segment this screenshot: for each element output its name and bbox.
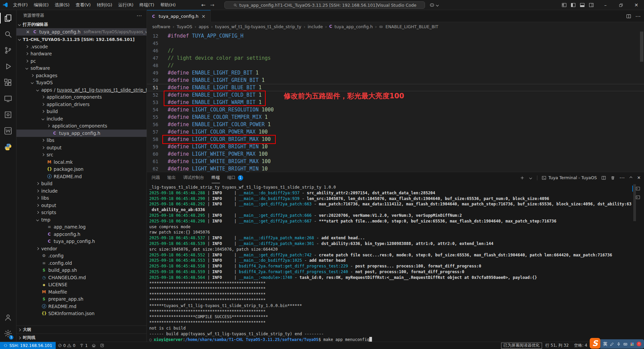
toggle-secondary-sidebar-icon[interactable] (589, 2, 594, 8)
tree-item-package.json[interactable]: {}package.json (16, 166, 147, 173)
tree-item-libs[interactable]: libs (16, 195, 147, 202)
toggle-sidebar-icon[interactable] (571, 2, 576, 8)
panel-tab-终端[interactable]: 终端 (212, 172, 220, 183)
screen-reader-mode[interactable]: 已为屏幕阅读器优化 (501, 343, 542, 349)
tree-item-vendor[interactable]: vendor (16, 245, 147, 252)
tree-item-local.mk[interactable]: Mlocal.mk (16, 158, 147, 166)
menu-item-终端[interactable]: 终端(T) (137, 0, 157, 10)
activity-wind-ide-icon[interactable] (0, 123, 16, 139)
tree-item-output[interactable]: output (16, 202, 147, 209)
breadcrumb-item[interactable]: ENABLE_LIGHT_BLUE_BIT (385, 24, 438, 29)
indentation[interactable]: 空格: 4 (572, 342, 590, 349)
breadcrumb-item[interactable]: apps (199, 24, 209, 29)
menu-item-选择[interactable]: 选择(S) (52, 0, 72, 10)
tree-item-application_drivers[interactable]: application_drivers (16, 101, 147, 108)
split-editor-icon[interactable] (626, 14, 631, 19)
split-terminal-icon[interactable] (601, 176, 606, 180)
panel-tab-调试控制台[interactable]: 调试控制台 (183, 172, 204, 183)
tree-item-SDKInformation.json[interactable]: {}SDKInformation.json (16, 310, 147, 317)
breadcrumb-item[interactable]: tuyaos_wf_t1_lig-tuyaos_t1_slide_strip_t… (215, 24, 301, 29)
toggle-panel-icon[interactable] (580, 2, 585, 8)
tree-item-hardware[interactable]: hardware (16, 50, 147, 58)
kill-terminal-icon[interactable] (610, 176, 615, 180)
tree-item-software[interactable]: software (16, 65, 147, 72)
ime-pen-icon[interactable] (610, 342, 614, 346)
tree-item-appconfig.h[interactable]: Cappconfig.h (16, 231, 147, 238)
open-editors-section[interactable]: 打开的编辑器 (16, 21, 147, 28)
window-minimize-button[interactable]: – (598, 0, 613, 10)
tree-item-pc[interactable]: pc (16, 57, 147, 65)
activity-remote-explorer-icon[interactable] (0, 91, 16, 107)
activity-explorer-icon[interactable] (0, 10, 16, 26)
tree-item-application_components[interactable]: application_components (16, 122, 147, 130)
tree-item-app_name.log[interactable]: ≡app_name.log (16, 223, 147, 231)
command-center[interactable]: tuya_app_config.hT1-CHL_TuyaOS-3.11.25 [… (224, 1, 425, 9)
tree-item-Makefile[interactable]: MMakefile (16, 288, 147, 296)
close-panel-icon[interactable]: ✕ (637, 175, 641, 180)
ime-keyboard-icon[interactable] (623, 342, 628, 346)
sogou-logo-icon[interactable]: S (590, 338, 600, 349)
nav-back-icon[interactable]: ← (201, 2, 206, 8)
menu-item-查看[interactable]: 查看(V) (72, 0, 94, 10)
maximize-panel-icon[interactable] (629, 176, 632, 179)
activity-search-icon[interactable] (0, 26, 16, 42)
nav-forward-icon[interactable]: → (210, 2, 215, 8)
tree-item-src[interactable]: src (16, 151, 147, 159)
editor-scrollbar[interactable] (640, 32, 643, 62)
menu-item-转到[interactable]: 转到(G) (94, 0, 115, 10)
activity-accounts-icon[interactable] (0, 309, 16, 326)
activity-python-icon[interactable] (0, 139, 16, 155)
tree-item-libs[interactable]: libs (16, 137, 147, 144)
activity-run-debug-icon[interactable] (0, 58, 16, 74)
ime-language-toggle[interactable]: 英 (603, 341, 607, 347)
tree-item-tuya_app_config.h[interactable]: Ctuya_app_config.h (16, 130, 147, 137)
tab-tuya-app-config[interactable]: C tuya_app_config.h ✕ (147, 10, 211, 22)
breadcrumb-item[interactable]: include (308, 24, 323, 29)
terminal-profile-dropdown-icon[interactable] (529, 176, 532, 179)
window-restore-button[interactable] (613, 0, 629, 10)
ime-gift-icon[interactable]: ! (637, 342, 641, 346)
tree-item-TuyaOS[interactable]: TuyaOS (16, 79, 147, 87)
panel-more-actions-icon[interactable]: ⋯ (620, 174, 625, 181)
editor-more-actions-icon[interactable]: ⋯ (635, 13, 641, 19)
new-terminal-icon[interactable] (520, 176, 525, 180)
quick-launch-button[interactable] (98, 342, 106, 349)
home-button[interactable] (90, 342, 98, 349)
tree-item-LICENSE[interactable]: ◆LICENSE (16, 281, 147, 289)
activity-tuya-tools-icon[interactable] (0, 107, 16, 123)
ime-mic-icon[interactable] (616, 342, 621, 346)
problems-indicator[interactable]: 0 0 (56, 342, 77, 349)
window-close-button[interactable]: ✕ (629, 0, 644, 10)
workspace-root-folder[interactable]: T1-CHL_TUYAOS-3.11.25 [SSH: 192.168.56.1… (16, 36, 147, 43)
tree-item-README.md[interactable]: iREADME.md (16, 173, 147, 180)
remote-indicator[interactable]: SSH: 192.168.56.101 (0, 342, 56, 349)
breadcrumb-item[interactable]: TuyaOS (177, 24, 193, 29)
tree-item-output[interactable]: output (16, 144, 147, 151)
tree-item-apps[interactable]: apps / tuyaos_wf_t1_lig-tuyaos_t1_slide_… (16, 86, 147, 94)
tree-item-scripts[interactable]: scripts (16, 209, 147, 216)
close-editor-icon[interactable]: ✕ (25, 29, 31, 35)
tree-item-include[interactable]: include (16, 187, 147, 195)
tree-item-prepare_app.sh[interactable]: $prepare_app.sh (16, 296, 147, 303)
tree-item-tuya_app_config.h[interactable]: Ctuya_app_config.h (16, 238, 147, 245)
breadcrumb-item[interactable]: software (152, 24, 170, 29)
tree-item-build[interactable]: build (16, 180, 147, 188)
forwarded-ports-indicator[interactable]: 1 (77, 342, 90, 349)
open-editor-item-tuya_app_config.h[interactable]: ✕Ctuya_app_config.hsoftware/TuyaOS/apps/… (16, 28, 147, 36)
activity-manage-icon[interactable]: 1 (0, 326, 16, 342)
tree-item-.vscode[interactable]: .vscode (16, 43, 147, 50)
copilot-button[interactable] (429, 1, 439, 9)
tree-item-.config.old[interactable]: ≡.config.old (16, 259, 147, 267)
tree-item-packages[interactable]: packages (16, 72, 147, 79)
terminal-output[interactable]: _lig-tuyaos_t1_slide_strip_ty tuyaos_wf_… (147, 183, 631, 342)
activity-source-control-icon[interactable] (0, 42, 16, 58)
tree-item-build[interactable]: build (16, 108, 147, 115)
menu-item-运行[interactable]: 运行(R) (115, 0, 137, 10)
menu-item-文件[interactable]: 文件(F) (10, 0, 31, 10)
ime-skin-grid-icon[interactable] (630, 342, 634, 346)
menu-item-帮助[interactable]: 帮助(H) (157, 0, 179, 10)
activity-extensions-icon[interactable] (0, 74, 16, 91)
tree-item-CHANGELOG.md[interactable]: ◷CHANGELOG.md (16, 274, 147, 281)
tree-item-.config[interactable]: ⚙.config (16, 252, 147, 260)
tree-item-build_app.sh[interactable]: $build_app.sh (16, 267, 147, 274)
